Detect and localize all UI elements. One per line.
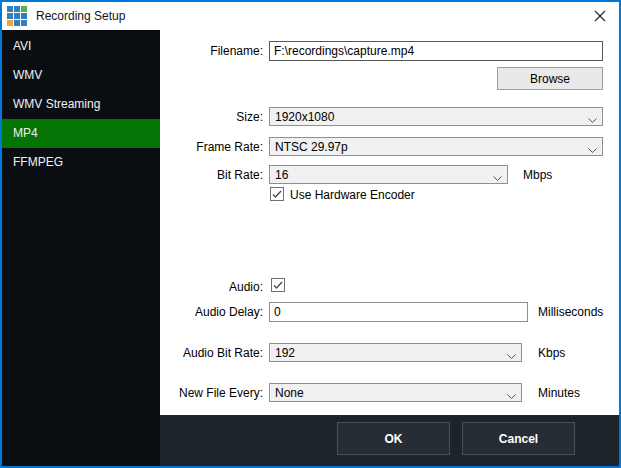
sidebar-item-wmv-streaming[interactable]: WMV Streaming [2, 90, 160, 119]
audio-bit-rate-value: 192 [275, 346, 295, 360]
bit-rate-dropdown[interactable]: 16 [269, 165, 508, 184]
audio-delay-unit: Milliseconds [538, 305, 603, 319]
new-file-every-dropdown[interactable]: None [269, 383, 522, 402]
cancel-button[interactable]: Cancel [462, 422, 575, 455]
recording-setup-dialog: Recording Setup AVI WMV WMV Streaming MP… [0, 0, 621, 468]
size-dropdown[interactable]: 1920x1080 [269, 107, 603, 126]
audio-bit-rate-dropdown[interactable]: 192 [269, 343, 522, 362]
window-title: Recording Setup [36, 9, 125, 23]
audio-delay-input[interactable] [269, 302, 528, 322]
app-icon [7, 6, 27, 26]
sidebar-item-ffmpeg[interactable]: FFMPEG [2, 148, 160, 177]
audio-checkbox[interactable] [271, 278, 285, 292]
sidebar-item-avi[interactable]: AVI [2, 32, 160, 61]
frame-rate-dropdown[interactable]: NTSC 29.97p [269, 137, 603, 156]
size-label: Size: [160, 110, 263, 124]
filename-input[interactable] [269, 41, 603, 61]
settings-panel: Filename: Browse Size: 1920x1080 Frame R… [160, 30, 619, 415]
chevron-down-icon [507, 349, 516, 363]
close-icon[interactable] [592, 8, 608, 24]
ok-button[interactable]: OK [337, 422, 450, 455]
audio-bit-rate-label: Audio Bit Rate: [160, 346, 263, 360]
hardware-encoder-label: Use Hardware Encoder [290, 188, 415, 202]
new-file-every-value: None [275, 386, 304, 400]
chevron-down-icon [493, 171, 502, 185]
bit-rate-label: Bit Rate: [160, 168, 263, 182]
audio-bit-rate-unit: Kbps [538, 346, 565, 360]
frame-rate-label: Frame Rate: [160, 140, 263, 154]
sidebar-item-wmv[interactable]: WMV [2, 61, 160, 90]
title-bar: Recording Setup [2, 2, 619, 30]
format-sidebar: AVI WMV WMV Streaming MP4 FFMPEG [2, 30, 160, 466]
filename-label: Filename: [160, 44, 263, 58]
chevron-down-icon [588, 113, 597, 127]
bit-rate-value: 16 [275, 168, 288, 182]
audio-label: Audio: [160, 280, 263, 294]
checkmark-icon [273, 281, 283, 290]
hardware-encoder-checkbox[interactable] [270, 187, 284, 201]
size-value: 1920x1080 [275, 110, 334, 124]
bit-rate-unit: Mbps [523, 168, 552, 182]
chevron-down-icon [588, 143, 597, 157]
chevron-down-icon [507, 389, 516, 403]
frame-rate-value: NTSC 29.97p [275, 140, 348, 154]
new-file-every-label: New File Every: [160, 386, 263, 400]
audio-delay-label: Audio Delay: [160, 305, 263, 319]
browse-button[interactable]: Browse [497, 67, 603, 90]
checkmark-icon [272, 190, 282, 199]
sidebar-item-mp4[interactable]: MP4 [2, 119, 160, 148]
footer-bar: OK Cancel [160, 415, 619, 466]
new-file-every-unit: Minutes [538, 386, 580, 400]
